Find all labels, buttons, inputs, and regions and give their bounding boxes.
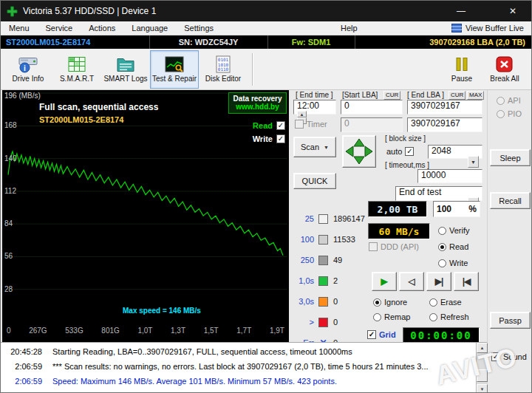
- start-lba-cur-button[interactable]: CUR: [383, 91, 400, 100]
- end-of-test-value: End of test: [399, 187, 441, 197]
- progress-percent: 100 %: [433, 201, 480, 217]
- skip-start-button[interactable]: |◀: [454, 272, 479, 291]
- grid-toggle[interactable]: ✓ Grid: [367, 330, 396, 339]
- remap-option[interactable]: Remap: [373, 312, 410, 321]
- timer-checkbox[interactable]: [295, 120, 304, 129]
- timeout-value: 10000: [421, 170, 446, 180]
- end-time-label: [ End time ]: [296, 91, 333, 99]
- ignore-option[interactable]: Ignore: [373, 298, 407, 307]
- drive-capacity: 3907029168 LBA (2,0 TB): [354, 35, 531, 49]
- write-option[interactable]: Write: [438, 259, 468, 267]
- play-button[interactable]: ▶: [372, 272, 397, 291]
- close-button[interactable]: ✕: [500, 3, 525, 19]
- smart-logs-button[interactable]: SMART Logs: [101, 50, 150, 89]
- sound-toggle[interactable]: ✓ Sound: [491, 352, 527, 361]
- menu-item-menu[interactable]: Menu: [1, 21, 38, 35]
- right-sidebar: API PIO Sleep Recall Passp ✓ Sound: [487, 90, 532, 393]
- skip-end-button[interactable]: ▶|: [426, 272, 451, 291]
- view-buffer-live-button[interactable]: View Buffer Live: [444, 24, 531, 33]
- api-option[interactable]: API: [497, 96, 521, 105]
- timer-toggle[interactable]: Timer: [295, 120, 327, 129]
- read-option[interactable]: Read: [438, 242, 468, 251]
- drive-info-button[interactable]: i Drive Info: [4, 50, 52, 89]
- menu-item-service[interactable]: Service: [38, 21, 81, 35]
- write-checkbox[interactable]: ✓: [276, 134, 285, 143]
- progress-percent-value: 100: [437, 204, 451, 214]
- ddd-option[interactable]: DDD (API): [369, 242, 419, 251]
- auto-checkbox[interactable]: ✓: [405, 147, 414, 156]
- refresh-radio[interactable]: [429, 313, 437, 321]
- log-text: *** Scan results: no warnings, no errors…: [52, 362, 429, 371]
- pause-button[interactable]: Pause: [441, 50, 482, 89]
- test-repair-button[interactable]: Test & Repair: [150, 50, 199, 89]
- direction-pad[interactable]: [342, 135, 376, 168]
- counter-row: 250 49: [292, 250, 366, 270]
- timer-start-input[interactable]: 0: [341, 117, 403, 132]
- grid-checkbox[interactable]: ✓: [367, 330, 376, 339]
- counter-row: > 0: [292, 312, 366, 332]
- elapsed-time-display: 00:00:00: [403, 327, 480, 344]
- playback-controls: ▶ ◁ ▶| |◀: [372, 272, 479, 291]
- remap-radio[interactable]: [373, 313, 381, 321]
- start-lba-input[interactable]: 0: [341, 100, 403, 115]
- disk-editor-button[interactable]: 010110100110 Disk Editor: [199, 50, 248, 89]
- counter-value: 49: [333, 256, 342, 264]
- sleep-button[interactable]: Sleep: [490, 149, 531, 166]
- menu-item-settings[interactable]: Settings: [176, 21, 222, 35]
- x-axis-tick: 801G: [101, 327, 119, 335]
- read-radio[interactable]: [438, 243, 446, 251]
- toolbar: i Drive Info S.M.A.R.T SMART Logs Test &…: [1, 49, 531, 90]
- verify-option[interactable]: Verify: [438, 226, 470, 235]
- block-size-auto-toggle[interactable]: auto ✓: [386, 147, 414, 156]
- step-back-button[interactable]: ◁: [399, 272, 424, 291]
- y-axis-tick: 168: [4, 121, 17, 129]
- x-axis-labels: 0 267G 533G 801G 1,0T 1,3T 1,5T 1,7T 1,9…: [2, 327, 289, 335]
- smart-button[interactable]: S.M.A.R.T: [52, 50, 101, 89]
- block-size-select[interactable]: 2048 ▼: [428, 145, 482, 159]
- api-radio[interactable]: [497, 97, 505, 105]
- spinner-up-button[interactable]: ▲: [297, 111, 307, 117]
- end-lba-input[interactable]: 3907029167: [407, 100, 482, 115]
- break-all-button[interactable]: Break All: [482, 50, 527, 89]
- quick-button[interactable]: QUICK: [293, 173, 336, 189]
- menu-item-actions[interactable]: Actions: [81, 21, 123, 35]
- verify-radio[interactable]: [438, 227, 446, 235]
- end-time-spinner[interactable]: 12:00 ▲ ▼: [293, 100, 336, 115]
- refresh-option[interactable]: Refresh: [429, 312, 469, 321]
- block-size-dropdown-icon[interactable]: ▼: [468, 156, 479, 168]
- timer-end-input[interactable]: 3907029167: [407, 117, 482, 132]
- timeout-input[interactable]: 10000: [417, 169, 482, 183]
- menu-item-language[interactable]: Language: [123, 21, 176, 35]
- counter-swatch: [318, 256, 328, 265]
- scroll-up-button[interactable]: ▲: [477, 343, 488, 353]
- svg-text:i: i: [24, 64, 26, 72]
- end-lba-max-button[interactable]: MAX: [467, 91, 484, 100]
- end-lba-cur-button[interactable]: CUR: [449, 91, 466, 100]
- write-radio[interactable]: [438, 259, 446, 267]
- erase-option[interactable]: Erase: [429, 298, 462, 307]
- grid-label: Grid: [379, 330, 396, 339]
- ignore-radio[interactable]: [373, 298, 381, 307]
- menu-item-help[interactable]: Help: [332, 21, 366, 35]
- log-scrollbar[interactable]: ▲ ▼: [476, 343, 487, 393]
- read-checkbox[interactable]: ✓: [276, 121, 285, 130]
- pio-radio[interactable]: [497, 110, 505, 118]
- sound-checkbox[interactable]: ✓: [491, 352, 500, 361]
- recall-button[interactable]: Recall: [490, 192, 531, 209]
- minimize-button[interactable]: —: [449, 3, 474, 19]
- end-of-test-select[interactable]: End of test ▼: [395, 186, 482, 201]
- scan-button[interactable]: Scan ▼: [293, 137, 336, 157]
- folder-icon: [116, 55, 135, 73]
- passp-button[interactable]: Passp: [490, 312, 531, 329]
- ddd-checkbox[interactable]: [369, 242, 378, 251]
- badge-line2: www.hdd.by: [231, 103, 284, 111]
- scroll-thumb[interactable]: [477, 369, 488, 382]
- disk-editor-icon: 010110100110: [214, 55, 233, 73]
- erase-radio[interactable]: [429, 298, 437, 307]
- scroll-down-button[interactable]: ▼: [477, 384, 488, 393]
- counter-row: 3,0s 0: [292, 291, 366, 312]
- x-axis-tick: 533G: [65, 327, 83, 335]
- erase-label: Erase: [440, 298, 462, 307]
- pio-option[interactable]: PIO: [497, 109, 522, 118]
- speed-curve-svg: [2, 90, 289, 342]
